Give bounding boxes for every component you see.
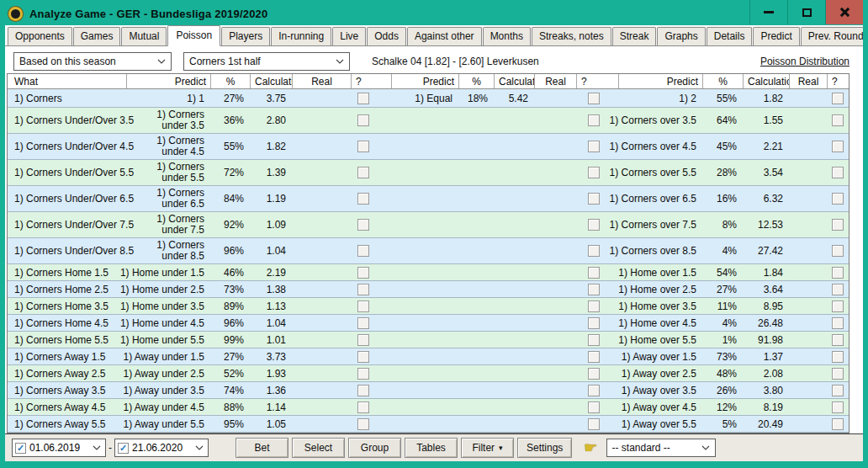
table-row[interactable]: 1) Corners Away 1.51) Away under 1.527%3… (8, 348, 849, 365)
filter-button[interactable]: Filter▾ (461, 438, 514, 458)
date-from-checkbox[interactable]: ✓ (15, 443, 26, 454)
table-row[interactable]: 1) Corners Away 2.51) Away under 2.552%1… (8, 365, 849, 382)
question-checkbox[interactable] (832, 334, 844, 346)
tab-details[interactable]: Details (707, 27, 753, 45)
tab-graphs[interactable]: Graphs (657, 27, 705, 45)
table-row[interactable]: 1) Corners Home 2.51) Home under 2.573%1… (8, 281, 849, 298)
tables-button[interactable]: Tables (405, 438, 458, 458)
market-select[interactable]: Corners 1st half (183, 52, 350, 71)
table-row[interactable]: 1) Corners Away 3.51) Away under 3.574%1… (8, 382, 849, 399)
question-checkbox[interactable] (588, 284, 600, 295)
question-checkbox[interactable] (832, 300, 844, 312)
question-checkbox[interactable] (588, 334, 600, 346)
pointing-hand-icon[interactable]: ☛ (584, 439, 597, 457)
table-row[interactable]: 1) Corners Away 4.51) Away under 4.588%1… (8, 399, 849, 416)
table-row[interactable]: 1) Corners Under/Over 8.51) Corners unde… (8, 238, 849, 264)
question-checkbox[interactable] (357, 245, 369, 257)
table-row[interactable]: 1) Corners Under/Over 6.51) Corners unde… (8, 186, 849, 212)
question-checkbox[interactable] (832, 267, 844, 279)
close-button[interactable] (825, 0, 863, 24)
question-checkbox[interactable] (832, 402, 844, 413)
table-row[interactable]: 1) Corners Under/Over 4.51) Corners unde… (8, 134, 849, 160)
question-checkbox[interactable] (588, 193, 600, 205)
question-checkbox[interactable] (832, 167, 844, 178)
question-checkbox[interactable] (832, 385, 844, 396)
question-checkbox[interactable] (832, 368, 844, 380)
question-checkbox[interactable] (588, 418, 600, 430)
table-row[interactable]: 1) Corners Under/Over 5.51) Corners unde… (8, 160, 849, 186)
question-checkbox[interactable] (357, 385, 369, 396)
question-checkbox[interactable] (357, 368, 369, 380)
tab-games[interactable]: Games (73, 27, 121, 45)
question-checkbox[interactable] (832, 141, 844, 152)
bet-button[interactable]: Bet (236, 438, 288, 458)
question-checkbox[interactable] (832, 284, 844, 295)
tab-in-running[interactable]: In-running (271, 27, 331, 45)
tab-against-other[interactable]: Against other (407, 27, 482, 45)
question-checkbox[interactable] (357, 219, 369, 231)
question-checkbox[interactable] (357, 193, 369, 205)
table-row[interactable]: 1) Corners1) 127%3.751) Equal18%5.421) 2… (8, 89, 849, 108)
question-checkbox[interactable] (588, 267, 600, 279)
date-from-picker[interactable]: ✓ 01.06.2019 (12, 439, 106, 457)
settings-button[interactable]: Settings (517, 438, 572, 458)
question-checkbox[interactable] (357, 418, 369, 430)
question-checkbox[interactable] (832, 114, 844, 126)
question-checkbox[interactable] (588, 300, 600, 312)
table-row[interactable]: 1) Corners Home 5.51) Home under 5.599%1… (8, 332, 849, 348)
question-checkbox[interactable] (588, 245, 600, 257)
tab-predict[interactable]: Predict (753, 27, 799, 45)
question-checkbox[interactable] (588, 402, 600, 413)
question-checkbox[interactable] (588, 351, 600, 363)
select-button[interactable]: Select (292, 438, 345, 458)
tab-poisson[interactable]: Poisson (167, 25, 220, 46)
tab-prev-round[interactable]: Prev. Round (801, 27, 863, 45)
tab-months[interactable]: Months (483, 27, 531, 45)
table-row[interactable]: 1) Corners Home 4.51) Home under 4.596%1… (8, 315, 849, 332)
question-checkbox[interactable] (357, 300, 369, 312)
question-checkbox[interactable] (832, 418, 844, 430)
question-checkbox[interactable] (588, 141, 600, 152)
tab-streaks-notes[interactable]: Streaks, notes (532, 27, 611, 45)
date-to-picker[interactable]: ✓ 21.06.2020 (114, 439, 209, 457)
question-checkbox[interactable] (588, 93, 600, 104)
question-checkbox[interactable] (357, 93, 369, 104)
group-button[interactable]: Group (348, 438, 401, 458)
question-checkbox[interactable] (357, 114, 369, 126)
question-checkbox[interactable] (832, 245, 844, 257)
question-checkbox[interactable] (832, 193, 844, 205)
question-checkbox[interactable] (832, 317, 844, 329)
table-row[interactable]: 1) Corners Under/Over 3.51) Corners unde… (8, 108, 849, 134)
question-checkbox[interactable] (588, 368, 600, 380)
question-checkbox[interactable] (357, 267, 369, 279)
question-checkbox[interactable] (357, 351, 369, 363)
question-checkbox[interactable] (357, 402, 369, 413)
question-checkbox[interactable] (357, 141, 369, 152)
poisson-distribution-link[interactable]: Poisson Distribution (760, 56, 849, 67)
minimize-button[interactable] (749, 0, 787, 24)
season-select[interactable]: Based on this season (13, 52, 172, 71)
question-checkbox[interactable] (357, 334, 369, 346)
tab-live[interactable]: Live (332, 27, 366, 45)
tab-streak[interactable]: Streak (612, 27, 657, 45)
tab-odds[interactable]: Odds (367, 27, 406, 45)
date-to-checkbox[interactable]: ✓ (118, 443, 129, 454)
question-checkbox[interactable] (357, 167, 369, 178)
question-checkbox[interactable] (588, 317, 600, 329)
question-checkbox[interactable] (357, 284, 369, 295)
question-checkbox[interactable] (588, 167, 600, 178)
table-row[interactable]: 1) Corners Home 3.51) Home under 3.589%1… (8, 298, 849, 315)
question-checkbox[interactable] (832, 351, 844, 363)
question-checkbox[interactable] (588, 219, 600, 231)
table-row[interactable]: 1) Corners Home 1.51) Home under 1.546%2… (8, 264, 849, 281)
question-checkbox[interactable] (588, 114, 600, 126)
question-checkbox[interactable] (357, 317, 369, 329)
maximize-button[interactable] (787, 0, 825, 24)
question-checkbox[interactable] (832, 219, 844, 231)
preset-select[interactable]: -- standard -- (606, 439, 716, 457)
tab-players[interactable]: Players (221, 27, 270, 45)
table-row[interactable]: 1) Corners Away 5.51) Away under 5.595%1… (8, 416, 849, 433)
question-checkbox[interactable] (588, 385, 600, 396)
tab-opponents[interactable]: Opponents (8, 27, 72, 45)
question-checkbox[interactable] (832, 93, 844, 104)
